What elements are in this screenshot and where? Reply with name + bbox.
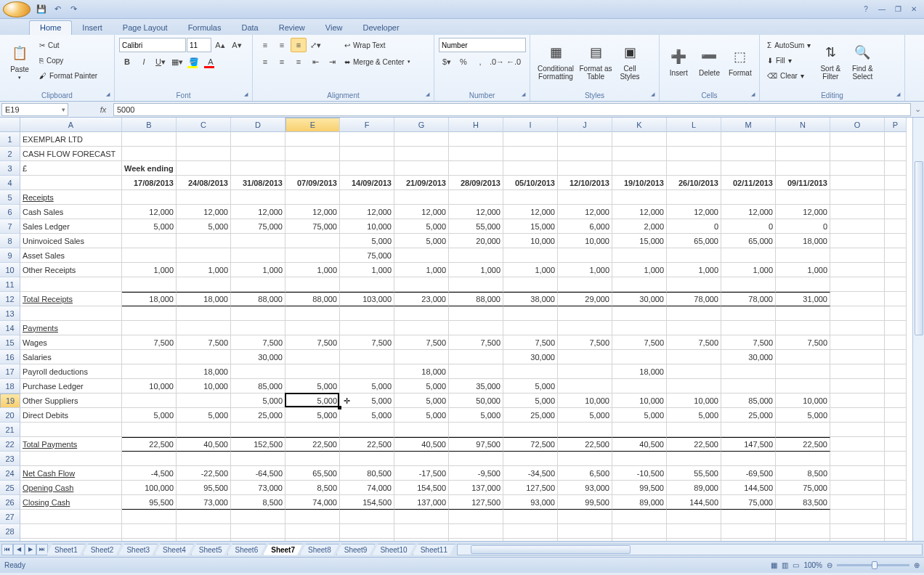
cell[interactable]: 12,000 [612, 205, 667, 219]
cell[interactable] [776, 379, 830, 393]
horizontal-scrollbar[interactable] [457, 544, 923, 555]
cell[interactable] [340, 539, 394, 541]
cell[interactable] [340, 510, 394, 524]
cell[interactable]: 7,500 [721, 335, 776, 350]
cell[interactable] [285, 234, 340, 248]
cell[interactable] [885, 466, 907, 481]
close-icon[interactable]: ✕ [907, 4, 921, 15]
row-header[interactable]: 1 [0, 132, 20, 147]
cell[interactable] [667, 452, 721, 466]
cell[interactable] [776, 190, 830, 205]
cell[interactable] [20, 510, 122, 524]
sheet-tab[interactable]: Sheet3 [118, 544, 158, 555]
number-format-select[interactable] [439, 38, 526, 52]
column-header[interactable]: K [612, 118, 667, 132]
cell[interactable] [122, 306, 177, 321]
cell[interactable] [830, 437, 885, 452]
cell[interactable] [285, 190, 340, 205]
cell[interactable]: Purchase Ledger [20, 379, 122, 393]
cell[interactable] [612, 277, 667, 292]
cell[interactable] [394, 321, 449, 335]
cell[interactable] [612, 510, 667, 524]
cell[interactable] [231, 234, 285, 248]
cell[interactable] [721, 147, 776, 161]
cell[interactable] [558, 147, 612, 161]
format-as-table-button[interactable]: ▤Format as Table [578, 38, 613, 86]
cell[interactable]: 12,000 [394, 205, 449, 219]
row-header[interactable]: 20 [0, 408, 20, 423]
cell[interactable] [885, 161, 907, 176]
tab-home[interactable]: Home [29, 20, 72, 35]
cell[interactable] [340, 524, 394, 539]
cell[interactable]: 5,000 [285, 379, 340, 393]
cell[interactable]: Week ending [122, 161, 177, 176]
column-header[interactable]: H [449, 118, 503, 132]
cell[interactable] [449, 510, 503, 524]
cell[interactable]: Asset Sales [20, 248, 122, 263]
cell[interactable] [394, 452, 449, 466]
cell[interactable] [285, 524, 340, 539]
comma-icon[interactable]: , [472, 54, 488, 69]
cell[interactable]: 7,500 [776, 335, 830, 350]
cell[interactable] [721, 321, 776, 335]
cell[interactable]: 12,000 [503, 205, 558, 219]
format-painter-button[interactable]: 🖌Format Painter [36, 68, 100, 83]
cell[interactable] [830, 423, 885, 437]
cell[interactable]: 6,000 [558, 219, 612, 234]
cell[interactable] [885, 408, 907, 423]
cell[interactable] [122, 524, 177, 539]
cell[interactable] [830, 481, 885, 495]
cell[interactable]: 12,000 [558, 205, 612, 219]
cell[interactable] [721, 277, 776, 292]
cell[interactable] [177, 306, 231, 321]
cell[interactable]: 05/10/2013 [503, 176, 558, 190]
sheet-tab[interactable]: Sheet9 [336, 544, 376, 555]
cell[interactable] [830, 248, 885, 263]
cell[interactable] [340, 350, 394, 364]
scroll-thumb[interactable] [471, 545, 631, 554]
cell[interactable] [776, 452, 830, 466]
cell[interactable] [449, 423, 503, 437]
last-sheet-icon[interactable]: ⏭ [36, 544, 48, 555]
cell[interactable] [885, 379, 907, 393]
cell[interactable] [885, 393, 907, 408]
cell[interactable] [885, 452, 907, 466]
cell[interactable]: 1,000 [177, 263, 231, 277]
cell[interactable] [340, 161, 394, 176]
underline-button[interactable]: U▾ [153, 54, 169, 69]
merge-center-button[interactable]: ⬌Merge & Center▾ [341, 54, 413, 69]
cell[interactable]: 30,000 [231, 350, 285, 364]
increase-indent-icon[interactable]: ⇥ [324, 54, 340, 69]
cell[interactable] [340, 147, 394, 161]
scroll-thumb[interactable] [915, 161, 923, 335]
cell[interactable]: 89,000 [612, 495, 667, 510]
cell[interactable] [177, 132, 231, 147]
cell[interactable] [231, 248, 285, 263]
cell[interactable] [667, 161, 721, 176]
cell[interactable]: 31,000 [776, 292, 830, 306]
cell[interactable] [20, 306, 122, 321]
cell[interactable]: -10,500 [612, 466, 667, 481]
cell[interactable] [776, 277, 830, 292]
cell[interactable] [503, 364, 558, 379]
cell[interactable]: 10,000 [612, 393, 667, 408]
cell[interactable] [830, 452, 885, 466]
cell[interactable] [503, 452, 558, 466]
cell[interactable] [394, 248, 449, 263]
cell[interactable]: 85,000 [231, 379, 285, 393]
cell[interactable] [340, 423, 394, 437]
cell[interactable] [885, 423, 907, 437]
cell[interactable] [394, 277, 449, 292]
cell[interactable] [177, 190, 231, 205]
cell[interactable] [340, 364, 394, 379]
cell[interactable] [667, 539, 721, 541]
cell[interactable] [721, 379, 776, 393]
cell[interactable]: 18,000 [122, 292, 177, 306]
column-header[interactable]: B [122, 118, 177, 132]
cell[interactable] [20, 423, 122, 437]
sheet-tab[interactable]: Sheet5 [191, 544, 230, 555]
cell[interactable] [394, 190, 449, 205]
cell[interactable] [885, 147, 907, 161]
cell[interactable]: 1,000 [340, 263, 394, 277]
column-header[interactable]: G [394, 118, 449, 132]
